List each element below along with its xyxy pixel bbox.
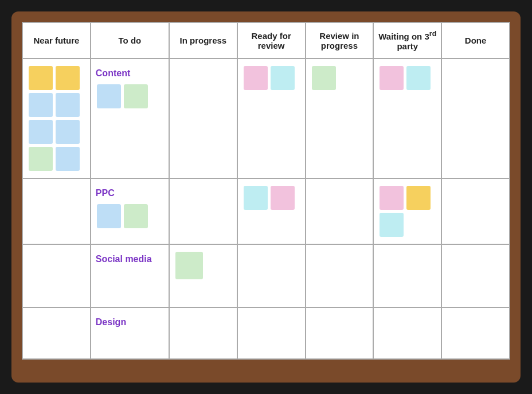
sticky-note[interactable]	[380, 213, 404, 237]
sticky-note[interactable]	[175, 252, 203, 279]
col-header-done: Done	[441, 22, 510, 58]
cell-ppc-waiting	[373, 178, 441, 244]
row-content: Content	[22, 58, 510, 178]
row-label-content: Content	[96, 64, 164, 79]
kanban-table: Near future To do In progress Ready for …	[22, 22, 510, 360]
board-inner: Near future To do In progress Ready for …	[22, 22, 510, 360]
cell-content-done	[441, 58, 510, 178]
cell-design-in-progress	[169, 307, 237, 359]
cell-social-in-progress	[169, 244, 237, 307]
sticky-note[interactable]	[244, 66, 268, 90]
col-header-waiting: Waiting on 3rd party	[373, 22, 441, 58]
cell-social-review	[306, 244, 374, 307]
sticky-note[interactable]	[97, 84, 121, 108]
cell-design-review	[306, 307, 374, 359]
cell-content-todo: Content	[91, 58, 169, 178]
row-label-design: Design	[96, 313, 164, 327]
col-header-near-future: Near future	[22, 22, 91, 58]
cell-social-done	[441, 244, 510, 307]
col-header-review: Review in progress	[306, 22, 374, 58]
cell-design-todo: Design	[91, 307, 169, 359]
col-header-in-progress: In progress	[169, 22, 237, 58]
sticky-note[interactable]	[380, 66, 404, 90]
cell-ppc-in-progress	[169, 178, 237, 244]
sticky-note[interactable]	[271, 66, 295, 90]
sticky-note[interactable]	[29, 147, 53, 171]
sticky-note[interactable]	[56, 147, 80, 171]
cell-content-near-future	[22, 58, 91, 178]
cell-ppc-todo: PPC	[91, 178, 169, 244]
col-header-ready: Ready for review	[237, 22, 306, 58]
sticky-note[interactable]	[124, 204, 148, 228]
cell-content-in-progress	[169, 58, 237, 178]
cell-design-waiting	[373, 307, 441, 359]
cell-content-waiting	[373, 58, 441, 178]
col-header-todo: To do	[91, 22, 169, 58]
sticky-note[interactable]	[29, 66, 53, 90]
sticky-note[interactable]	[29, 93, 53, 117]
sticky-note[interactable]	[380, 186, 404, 210]
cell-content-ready	[237, 58, 306, 178]
sticky-note[interactable]	[271, 186, 295, 210]
cell-social-todo: Social media	[91, 244, 169, 307]
sticky-note[interactable]	[312, 66, 336, 90]
cell-social-ready	[237, 244, 306, 307]
row-design: Design	[22, 307, 510, 359]
cell-social-near-future	[22, 244, 91, 307]
cell-ppc-review	[306, 178, 374, 244]
cell-ppc-done	[441, 178, 510, 244]
row-label-social: Social media	[96, 249, 164, 264]
cell-ppc-near-future	[22, 178, 91, 244]
cell-social-waiting	[373, 244, 441, 307]
sticky-note[interactable]	[244, 186, 268, 210]
header-row: Near future To do In progress Ready for …	[22, 22, 510, 58]
cell-design-near-future	[22, 307, 91, 359]
row-label-ppc: PPC	[96, 184, 164, 198]
sticky-note[interactable]	[97, 204, 121, 228]
sticky-note[interactable]	[406, 186, 431, 210]
sticky-note[interactable]	[29, 120, 53, 144]
sticky-note[interactable]	[56, 93, 80, 117]
sticky-note[interactable]	[56, 120, 80, 144]
sticky-note[interactable]	[406, 66, 431, 90]
board-frame: Near future To do In progress Ready for …	[11, 11, 521, 383]
cell-design-ready	[237, 307, 306, 359]
sticky-note[interactable]	[124, 84, 148, 108]
cell-design-done	[441, 307, 510, 359]
row-social-media: Social media	[22, 244, 510, 307]
cell-ppc-ready	[237, 178, 306, 244]
cell-content-review	[306, 58, 374, 178]
sticky-note[interactable]	[56, 66, 80, 90]
row-ppc: PPC	[22, 178, 510, 244]
